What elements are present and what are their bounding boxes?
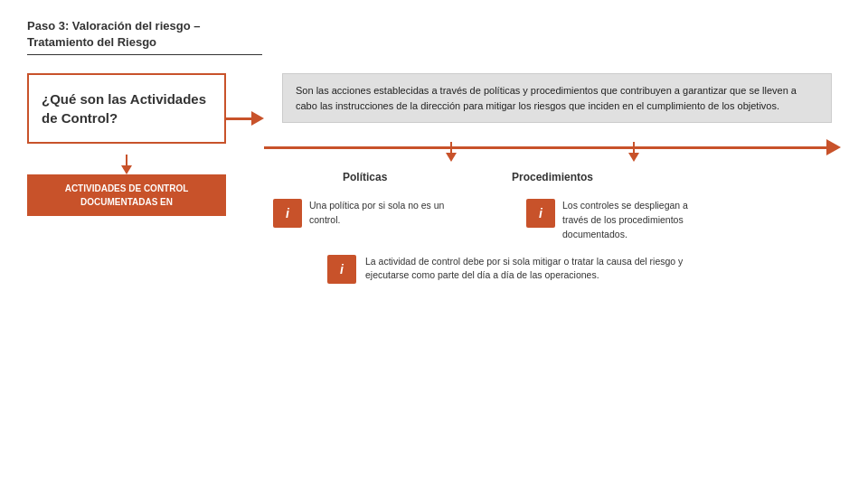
down-arrow-1	[121, 155, 132, 174]
info-icon-1: i	[273, 199, 302, 228]
right-arrow	[226, 82, 264, 155]
page-title: Paso 3: Valoración del riesgo – Tratamie…	[27, 18, 841, 51]
title-section: Paso 3: Valoración del riesgo – Tratamie…	[27, 18, 841, 55]
right-column: Son las acciones establecidas a través d…	[264, 73, 841, 283]
info-block-2: i Los controles se despliegan a través d…	[526, 199, 698, 241]
info-icon-3: i	[327, 255, 356, 284]
info-text-2: Los controles se despliegan a través de …	[562, 199, 698, 241]
arrow-row	[264, 139, 841, 155]
activities-label: ACTIVIDADES DE CONTROL DOCUMENTADAS EN	[27, 174, 226, 216]
definition-box: Son las acciones establecidas a través d…	[282, 73, 832, 123]
info-block-1: i Una política por si sola no es un cont…	[273, 199, 445, 241]
title-divider	[27, 54, 262, 55]
info-blocks-row: i Una política por si sola no es un cont…	[264, 199, 841, 241]
info-icon-2: i	[526, 199, 555, 228]
categories-row: Políticas Procedimientos	[264, 168, 841, 184]
definition-text: Son las acciones establecidas a través d…	[296, 85, 797, 111]
question-box: ¿Qué son las Actividades de Control?	[27, 73, 226, 144]
down-arrow-procedimientos	[628, 142, 639, 162]
question-text: ¿Qué son las Actividades de Control?	[42, 91, 206, 126]
horiz-arrow	[226, 111, 264, 126]
left-column: ¿Qué son las Actividades de Control? ACT…	[27, 73, 226, 216]
info-text-3: La actividad de control debe por si sola…	[365, 255, 691, 284]
page: Paso 3: Valoración del riesgo – Tratamie…	[0, 0, 868, 488]
politicas-label: Políticas	[343, 171, 387, 183]
procedimientos-label: Procedimientos	[512, 171, 593, 183]
info-block-3-row: i La actividad de control debe por si so…	[327, 255, 841, 284]
info-text-1: Una política por si sola no es un contro…	[309, 199, 445, 228]
down-arrow-politicas	[446, 142, 457, 162]
